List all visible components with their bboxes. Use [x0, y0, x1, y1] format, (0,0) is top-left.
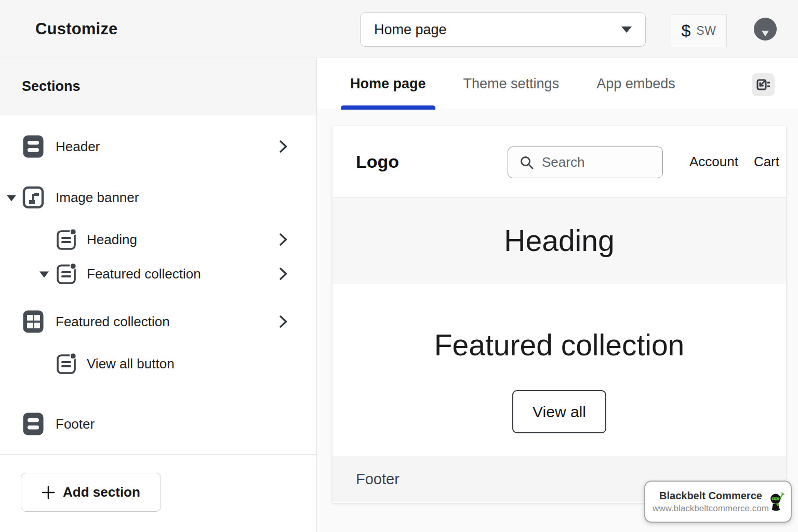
chevron-right-icon [279, 232, 288, 247]
search-input[interactable] [542, 154, 641, 170]
sidebar-item-image-banner[interactable]: Image banner [0, 185, 316, 210]
section-icon [22, 412, 44, 436]
chevron-right-icon [279, 314, 288, 329]
collapse-panel-button[interactable] [752, 73, 775, 96]
sidebar-item-heading-block[interactable]: Heading [0, 228, 316, 251]
sections-heading: Sections [22, 78, 81, 95]
preview-header-section[interactable]: Logo Account Cart [332, 126, 786, 197]
page-selector-dropdown[interactable]: Home page [360, 12, 646, 47]
avatar-arrow-icon [762, 31, 769, 36]
grid-icon [22, 310, 44, 334]
sidebar-item-label: Header [56, 139, 100, 155]
plus-icon [42, 486, 55, 499]
page-selector-value: Home page [374, 22, 447, 38]
sidebar-divider [0, 454, 316, 455]
sections-tree: Header Image banner Heading [0, 115, 316, 532]
section-icon [22, 135, 44, 158]
cart-link[interactable]: Cart [754, 154, 779, 170]
collapse-triangle-icon[interactable] [39, 271, 49, 277]
add-section-button[interactable]: Add section [21, 473, 161, 512]
preview-image-banner-section[interactable]: Heading [332, 197, 786, 284]
block-icon [56, 228, 77, 251]
sidebar-header: Sections [0, 58, 316, 115]
store-logo[interactable]: Logo [356, 126, 399, 197]
collapse-panel-icon [756, 77, 770, 92]
collapse-triangle-icon[interactable] [7, 195, 16, 201]
search-box[interactable] [508, 147, 663, 178]
tab-theme-settings[interactable]: Theme settings [454, 58, 569, 110]
customizer-page: Customize Home page $ SW Sections Header [0, 0, 798, 532]
sidebar-item-label: Footer [56, 416, 95, 432]
top-bar: Customize Home page $ SW [0, 0, 798, 58]
sections-sidebar: Sections Header Image banner [0, 58, 317, 532]
sidebar-item-featured-collection-block[interactable]: Featured collection [0, 262, 316, 286]
tab-app-embeds[interactable]: App embeds [587, 58, 685, 110]
chevron-right-icon [279, 267, 288, 281]
avatar[interactable] [754, 18, 777, 41]
active-tab-underline [341, 105, 435, 110]
image-banner-icon [22, 185, 44, 209]
currency-button[interactable]: $ SW [671, 14, 727, 47]
view-all-button[interactable]: View all [512, 390, 606, 433]
account-link[interactable]: Account [689, 154, 738, 170]
page-title: Customize [35, 0, 118, 58]
tab-bar: Home page Theme settings App embeds [317, 58, 798, 110]
main-area: Home page Theme settings App embeds [317, 58, 798, 532]
tab-home-page[interactable]: Home page [341, 58, 435, 110]
currency-code: SW [696, 24, 716, 38]
banner-heading: Heading [504, 223, 614, 258]
footer-label: Footer [356, 471, 400, 488]
preview-featured-collection-section[interactable]: Featured collection View all [332, 284, 786, 456]
ninja-logo [769, 487, 786, 516]
sidebar-item-view-all-button[interactable]: View all button [0, 352, 316, 376]
sidebar-item-label: Heading [87, 232, 137, 248]
header-links: Account Cart [689, 126, 779, 197]
watermark-name: Blackbelt Commerce [653, 490, 769, 502]
sidebar-item-featured-collection[interactable]: Featured collection [0, 310, 316, 334]
sidebar-divider [0, 393, 316, 393]
add-section-label: Add section [63, 484, 140, 500]
sidebar-item-label: View all button [87, 356, 175, 372]
tab-label: Theme settings [463, 76, 560, 92]
watermark-badge: Blackbelt Commerce www.blackbeltcommerce… [644, 481, 792, 523]
store-preview: Logo Account Cart Heading Featured colle… [332, 126, 786, 503]
search-icon [520, 155, 534, 170]
watermark-url: www.blackbeltcommerce.com [653, 503, 769, 514]
block-icon [56, 352, 77, 375]
chevron-down-icon [621, 26, 632, 33]
sidebar-item-label: Image banner [56, 190, 139, 206]
block-icon [56, 262, 77, 285]
sidebar-item-footer[interactable]: Footer [0, 411, 316, 436]
tab-label: Home page [350, 76, 426, 92]
dollar-icon: $ [682, 21, 691, 41]
sidebar-item-header[interactable]: Header [0, 134, 316, 159]
tab-label: App embeds [596, 76, 675, 92]
watermark-text: Blackbelt Commerce www.blackbeltcommerce… [653, 490, 769, 514]
featured-collection-heading: Featured collection [434, 328, 685, 362]
sidebar-item-label: Featured collection [87, 266, 201, 282]
chevron-right-icon [279, 139, 288, 154]
sidebar-item-label: Featured collection [56, 314, 170, 330]
